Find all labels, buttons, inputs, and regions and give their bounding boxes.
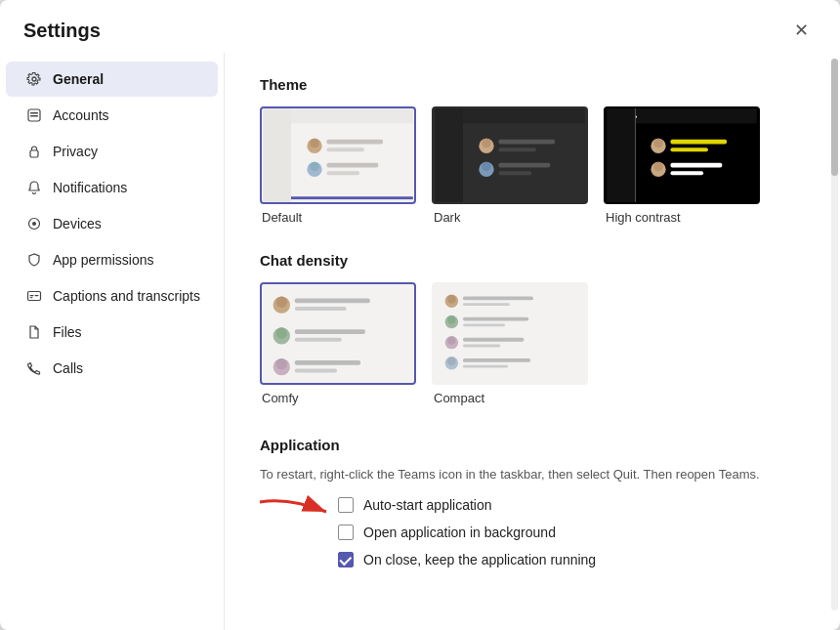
svg-rect-20: [326, 171, 359, 175]
svg-rect-2: [30, 115, 38, 117]
svg-rect-11: [263, 108, 291, 202]
svg-rect-16: [326, 147, 363, 151]
svg-rect-31: [498, 163, 550, 168]
sidebar-item-label: Devices: [53, 216, 102, 231]
svg-point-73: [447, 357, 456, 366]
svg-point-26: [482, 139, 491, 148]
theme-label-hc: High contrast: [604, 210, 681, 225]
theme-card-hc[interactable]: High contrast: [604, 106, 760, 225]
checkbox-row-background: Open application in background: [260, 525, 805, 540]
autostart-label[interactable]: Auto-start application: [338, 497, 492, 513]
svg-rect-24: [463, 108, 585, 123]
svg-rect-35: [635, 108, 757, 123]
svg-point-69: [447, 336, 456, 345]
theme-row: Default: [260, 106, 805, 225]
svg-point-5: [32, 222, 36, 226]
checkbox-row-keeprunning: On close, keep the application running ☞: [260, 552, 805, 567]
keeprunning-label[interactable]: On close, keep the application running: [338, 552, 596, 567]
density-card-compact[interactable]: Compact: [432, 282, 588, 405]
shield-icon: [25, 251, 43, 269]
svg-rect-62: [463, 297, 533, 301]
sidebar-item-captions[interactable]: Captions and transcripts: [6, 278, 218, 314]
svg-rect-32: [498, 171, 531, 175]
sidebar-item-label: Calls: [53, 360, 83, 376]
phone-icon: [25, 359, 43, 377]
svg-rect-71: [463, 345, 500, 348]
dialog-header: Settings ✕: [0, 0, 840, 53]
svg-rect-75: [463, 365, 508, 368]
lock-icon: [25, 143, 43, 160]
sidebar-item-files[interactable]: Files: [6, 315, 218, 350]
sidebar-item-label: App permissions: [53, 252, 154, 268]
density-preview-comfy: [260, 282, 416, 385]
svg-rect-70: [463, 338, 525, 342]
svg-rect-34: [607, 108, 635, 202]
svg-rect-6: [28, 292, 41, 301]
svg-rect-63: [463, 303, 510, 306]
svg-rect-1: [30, 112, 38, 114]
svg-rect-7: [30, 295, 34, 296]
sidebar-item-label: Privacy: [53, 144, 98, 159]
svg-point-42: [653, 162, 663, 172]
file-icon: [25, 323, 43, 341]
density-row: Comfy: [260, 282, 805, 405]
svg-rect-23: [435, 108, 463, 202]
app-section: Application To restart, right-click the …: [260, 437, 805, 567]
svg-point-38: [653, 139, 663, 148]
svg-rect-44: [670, 171, 703, 175]
svg-point-30: [482, 162, 491, 172]
sidebar-item-app-permissions[interactable]: App permissions: [6, 242, 218, 277]
app-section-title: Application: [260, 437, 805, 453]
scrollbar-track[interactable]: [831, 59, 838, 610]
sidebar-item-calls[interactable]: Calls: [6, 351, 218, 386]
autostart-checkbox[interactable]: [338, 497, 354, 513]
close-button[interactable]: ✕: [786, 18, 817, 43]
captions-icon: [25, 287, 43, 305]
theme-card-dark[interactable]: Dark: [432, 106, 588, 225]
theme-label-dark: Dark: [432, 210, 460, 225]
sidebar-item-accounts[interactable]: Accounts: [6, 98, 218, 133]
density-section-title: Chat density: [260, 252, 805, 269]
svg-point-18: [310, 162, 319, 172]
svg-rect-58: [295, 369, 337, 373]
devices-icon: [25, 215, 43, 232]
sidebar-item-general[interactable]: General: [6, 62, 218, 97]
density-label-compact: Compact: [432, 391, 484, 405]
sidebar-item-devices[interactable]: Devices: [6, 206, 218, 241]
density-card-comfy[interactable]: Comfy: [260, 282, 416, 405]
checkbox-row-autostart: Auto-start application: [260, 497, 805, 513]
density-preview-compact: [432, 282, 588, 385]
app-description: To restart, right-click the Teams icon i…: [260, 467, 805, 482]
svg-point-65: [447, 315, 456, 324]
accounts-icon: [25, 106, 43, 124]
sidebar-item-label: Files: [53, 324, 82, 340]
svg-rect-74: [463, 358, 530, 362]
background-label[interactable]: Open application in background: [338, 525, 556, 540]
svg-rect-19: [326, 163, 378, 168]
theme-preview-dark: [432, 106, 588, 204]
sidebar-item-label: Accounts: [53, 107, 109, 123]
svg-point-61: [447, 295, 456, 304]
scrollbar-thumb[interactable]: [831, 59, 838, 176]
svg-rect-50: [295, 307, 347, 311]
theme-card-default[interactable]: Default: [260, 106, 416, 225]
svg-rect-40: [670, 147, 707, 151]
svg-point-48: [276, 297, 288, 309]
theme-section-title: Theme: [260, 76, 805, 93]
dialog-body: General Accounts Privacy Notifications D…: [0, 53, 840, 630]
gear-icon: [25, 70, 43, 88]
svg-rect-15: [326, 140, 383, 145]
svg-rect-9: [30, 297, 33, 298]
sidebar-item-privacy[interactable]: Privacy: [6, 134, 218, 169]
svg-rect-53: [295, 329, 365, 334]
svg-rect-66: [463, 317, 528, 321]
sidebar-item-notifications[interactable]: Notifications: [6, 170, 218, 205]
keeprunning-checkbox[interactable]: [338, 552, 354, 567]
svg-rect-45: [635, 108, 636, 202]
background-checkbox[interactable]: [338, 525, 354, 540]
svg-rect-28: [498, 147, 535, 151]
sidebar-item-label: General: [53, 71, 104, 87]
dialog-title: Settings: [23, 20, 101, 42]
svg-rect-43: [670, 163, 722, 168]
sidebar-item-label: Notifications: [53, 180, 127, 195]
